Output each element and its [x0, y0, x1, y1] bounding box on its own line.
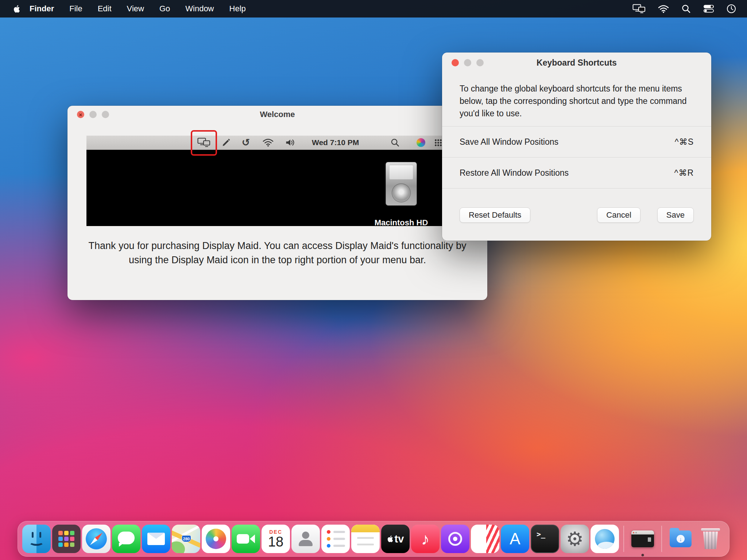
dock-calendar[interactable]: DEC 18 [262, 525, 290, 553]
dock-news[interactable] [471, 525, 499, 553]
silhouette-head [302, 532, 309, 539]
dock-messages[interactable] [112, 525, 140, 553]
welcome-window: × Welcome Wed 7:10 PM [67, 106, 487, 300]
compass-needle [89, 531, 104, 546]
download-arrow-icon [677, 535, 685, 543]
control-center-icon[interactable] [703, 4, 714, 13]
dock-blue-app[interactable] [591, 525, 619, 553]
reset-defaults-button[interactable]: Reset Defaults [460, 207, 530, 223]
text-line [357, 537, 374, 539]
terminal-prompt: >_ [537, 530, 545, 538]
wifi-icon[interactable] [658, 5, 669, 13]
drive-platter [392, 183, 411, 202]
shortcut-label: Save All Window Positions [460, 137, 558, 147]
welcome-message: Thank you for purchasing Display Maid. Y… [88, 239, 467, 267]
dock-contacts[interactable] [291, 525, 320, 553]
notes-header [351, 525, 380, 532]
dock-appstore[interactable]: A [501, 525, 529, 553]
shortcuts-titlebar[interactable]: Keyboard Shortcuts [442, 52, 711, 73]
save-button[interactable]: Save [657, 207, 694, 223]
music-note-icon [421, 529, 430, 549]
bullet-dot [327, 544, 330, 548]
grid-dots [434, 139, 442, 146]
shortcut-label: Restore All Window Positions [460, 168, 569, 178]
buttons-row: Reset Defaults Cancel Save [442, 207, 711, 223]
shortcut-value[interactable]: ^⌘S [675, 137, 694, 147]
menu-bar: Finder File Edit View Go Window Help [0, 0, 747, 18]
dock-safari[interactable] [82, 525, 111, 553]
welcome-titlebar[interactable]: × Welcome [67, 106, 487, 123]
time-machine-icon [242, 137, 250, 148]
menu-file[interactable]: File [62, 0, 90, 18]
dock-downloads[interactable] [666, 525, 695, 553]
dock-trash[interactable] [696, 525, 725, 553]
menu-bar-status-area [632, 4, 736, 13]
dock-finder[interactable] [22, 525, 51, 553]
dock-launchpad[interactable] [52, 525, 81, 553]
finder-smile [29, 538, 44, 546]
text-line [357, 544, 374, 545]
thumbnail-titlebar [631, 530, 654, 534]
window-title: Keyboard Shortcuts [537, 58, 617, 68]
siri-icon [417, 138, 425, 147]
menu-edit[interactable]: Edit [90, 0, 119, 18]
appstore-letter: A [510, 531, 520, 547]
volume-icon [286, 139, 295, 147]
cancel-button[interactable]: Cancel [597, 207, 640, 223]
reminder-line [327, 537, 345, 541]
maps-park [172, 541, 185, 553]
dock-photos[interactable] [202, 525, 230, 553]
gear-icon [566, 529, 584, 549]
news-stripes [486, 525, 499, 553]
spotlight-icon[interactable] [681, 4, 691, 13]
silhouette-body [299, 540, 313, 546]
minimize-button[interactable] [464, 59, 471, 66]
dock-facetime[interactable] [232, 525, 260, 553]
apple-menu[interactable] [11, 5, 25, 13]
traffic-lights: × [77, 111, 109, 118]
dock-reminders[interactable] [321, 525, 350, 553]
shortcut-value[interactable]: ^⌘R [674, 168, 694, 178]
dock-mail[interactable] [142, 525, 170, 553]
video-camera-icon [237, 534, 255, 544]
bullet-dot [327, 537, 330, 541]
menu-app-name[interactable]: Finder [25, 0, 62, 18]
dock-music[interactable] [411, 525, 440, 553]
shortcut-rows: Save All Window Positions ^⌘S Restore Al… [442, 126, 711, 188]
close-button[interactable] [452, 59, 459, 66]
window-title: Welcome [260, 110, 295, 119]
dock-podcasts[interactable] [441, 525, 469, 553]
display-maid-menu-icon[interactable] [632, 4, 646, 13]
menubar-screenshot-image: Wed 7:10 PM Macintosh HD [86, 136, 468, 226]
dock: 280 DEC 18 tv A >_ [18, 521, 729, 557]
close-button[interactable]: × [77, 111, 84, 118]
menu-window[interactable]: Window [178, 0, 221, 18]
maps-route-badge: 280 [182, 535, 191, 542]
shortcut-row-save[interactable]: Save All Window Positions ^⌘S [442, 127, 711, 158]
dock-notes[interactable] [351, 525, 380, 553]
dock-terminal[interactable]: >_ [531, 525, 559, 553]
spotlight-icon [391, 138, 400, 147]
menu-help[interactable]: Help [222, 0, 253, 18]
zoom-button[interactable] [476, 59, 484, 66]
minimize-button[interactable] [89, 111, 97, 118]
safari-compass-icon [86, 528, 107, 549]
trash-icon [701, 528, 720, 549]
shortcut-row-restore[interactable]: Restore All Window Positions ^⌘R [442, 158, 711, 188]
keyboard-shortcuts-window: Keyboard Shortcuts To change the global … [442, 52, 711, 241]
dock-maps[interactable]: 280 [172, 525, 200, 553]
menu-view[interactable]: View [119, 0, 152, 18]
bullet-dot [327, 530, 330, 534]
reminder-line [327, 544, 345, 548]
clock-icon[interactable] [727, 4, 736, 13]
menu-go[interactable]: Go [152, 0, 178, 18]
thumbnail-close-dot [633, 532, 634, 533]
dock-system-preferences[interactable] [561, 525, 589, 553]
zoom-button[interactable] [102, 111, 109, 118]
reminder-line [327, 530, 345, 534]
text-line [333, 531, 345, 533]
dock-display-maid[interactable] [628, 525, 657, 553]
dock-appletv[interactable]: tv [381, 525, 410, 553]
macintosh-hd-icon [386, 162, 417, 206]
siri-orb [417, 138, 425, 147]
